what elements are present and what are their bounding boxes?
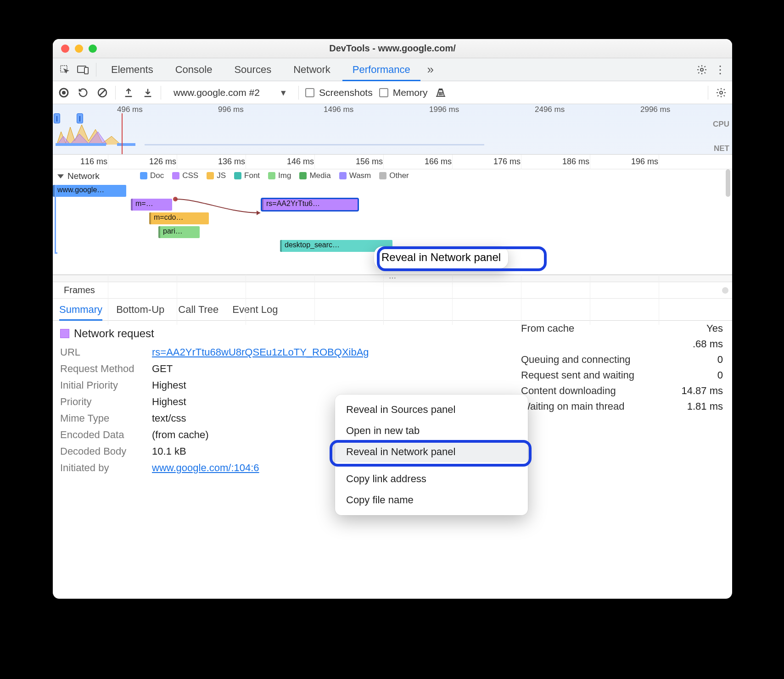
collapse-icon[interactable] bbox=[57, 174, 64, 178]
overview-cpu-spark bbox=[56, 122, 139, 150]
network-lane-title: Network bbox=[67, 171, 100, 181]
svg-point-5 bbox=[62, 91, 66, 95]
request-bar-pari[interactable]: pari… bbox=[158, 226, 200, 238]
detail-tabs: Summary Bottom-Up Call Tree Event Log bbox=[53, 299, 732, 321]
network-legend: Doc CSS JS Font Img Media Wasm Other bbox=[140, 171, 409, 180]
overview-net-label: NET bbox=[714, 144, 729, 153]
capture-settings-icon[interactable] bbox=[715, 86, 728, 99]
summary-enc-label: Encoded Data bbox=[60, 429, 152, 441]
inspect-icon[interactable] bbox=[56, 61, 73, 78]
kebab-icon[interactable]: ⋮ bbox=[712, 61, 728, 78]
detail-tab-summary[interactable]: Summary bbox=[59, 299, 102, 321]
ctx-reveal-sources[interactable]: Reveal in Sources panel bbox=[335, 399, 528, 420]
collect-garbage-icon[interactable] bbox=[434, 86, 447, 99]
window-title: DevTools - www.google.com/ bbox=[53, 43, 732, 54]
detail-tab-bottomup[interactable]: Bottom-Up bbox=[116, 299, 164, 321]
selection-handle-left[interactable]: ❙ bbox=[54, 113, 60, 123]
overview-cpu-label: CPU bbox=[713, 120, 729, 129]
flame-time-ruler: 116 ms 126 ms 136 ms 146 ms 156 ms 166 m… bbox=[53, 155, 732, 169]
frames-label: Frames bbox=[64, 285, 95, 295]
flame-popup: Reveal in Network panel bbox=[374, 246, 508, 268]
tab-network[interactable]: Network bbox=[283, 58, 341, 81]
frames-lane[interactable]: Frames bbox=[53, 282, 732, 299]
devtools-tabbar: Elements Console Sources Network Perform… bbox=[53, 58, 732, 81]
overview-timeline[interactable]: 496 ms 996 ms 1496 ms 1996 ms 2496 ms 29… bbox=[53, 104, 732, 155]
flame-popup-label: Reveal in Network panel bbox=[381, 251, 501, 263]
minimize-icon[interactable] bbox=[75, 45, 83, 53]
ctx-open-new-tab[interactable]: Open in new tab bbox=[335, 420, 528, 441]
frames-scroll-dot bbox=[722, 287, 728, 294]
overview-ticks: 496 ms 996 ms 1496 ms 1996 ms 2496 ms 29… bbox=[53, 104, 732, 113]
ctx-copy-filename[interactable]: Copy file name bbox=[335, 490, 528, 511]
summary-initprio-label: Initial Priority bbox=[60, 379, 152, 391]
tab-performance[interactable]: Performance bbox=[342, 58, 420, 81]
overview-marker bbox=[122, 113, 123, 154]
performance-toolbar: www.google.com #2 ▾ Screenshots Memory bbox=[53, 81, 732, 104]
svg-point-3 bbox=[700, 68, 703, 71]
clear-icon[interactable] bbox=[96, 86, 109, 99]
svg-line-7 bbox=[100, 90, 105, 95]
request-bar-rs-selected[interactable]: rs=AA2YrTtu6… bbox=[262, 199, 358, 211]
screenshots-checkbox[interactable]: Screenshots bbox=[305, 87, 373, 98]
svg-point-11 bbox=[720, 91, 722, 94]
zoom-icon[interactable] bbox=[89, 45, 97, 53]
memory-checkbox[interactable]: Memory bbox=[379, 87, 428, 98]
request-bar-m1[interactable]: m=… bbox=[131, 199, 172, 211]
recording-select-label: www.google.com #2 bbox=[174, 87, 260, 98]
tab-elements[interactable]: Elements bbox=[101, 58, 163, 81]
device-toggle-icon[interactable] bbox=[75, 61, 91, 78]
selection-handle-right[interactable]: ❙ bbox=[77, 113, 83, 123]
flame-scrollbar[interactable] bbox=[725, 169, 731, 275]
record-icon[interactable] bbox=[57, 86, 70, 99]
devtools-window: DevTools - www.google.com/ Elements Cons… bbox=[53, 39, 732, 599]
window-titlebar: DevTools - www.google.com/ bbox=[53, 39, 732, 58]
context-menu: Reveal in Sources panel Open in new tab … bbox=[335, 395, 528, 515]
svg-marker-12 bbox=[257, 211, 260, 215]
traffic-lights bbox=[53, 45, 97, 53]
summary-mime-label: Mime Type bbox=[60, 412, 152, 424]
more-tabs-icon[interactable]: » bbox=[422, 61, 439, 78]
tab-console[interactable]: Console bbox=[165, 58, 223, 81]
request-bar-google[interactable]: www.google… bbox=[53, 185, 126, 197]
summary-prio-label: Priority bbox=[60, 396, 152, 408]
svg-rect-2 bbox=[84, 67, 88, 74]
settings-icon[interactable] bbox=[694, 61, 710, 78]
reload-record-icon[interactable] bbox=[77, 86, 90, 99]
ctx-copy-link[interactable]: Copy link address bbox=[335, 468, 528, 490]
lane-bracket bbox=[55, 185, 57, 254]
summary-color-swatch bbox=[60, 329, 69, 338]
close-icon[interactable] bbox=[61, 45, 69, 53]
summary-right-stats: From cacheYes .68 ms Queuing and connect… bbox=[521, 321, 723, 414]
recording-select[interactable]: www.google.com #2 ▾ bbox=[168, 85, 292, 100]
summary-url-label: URL bbox=[60, 346, 152, 358]
detail-tab-eventlog[interactable]: Event Log bbox=[232, 299, 278, 321]
download-icon[interactable] bbox=[141, 86, 154, 99]
ctx-reveal-network[interactable]: Reveal in Network panel bbox=[335, 441, 528, 462]
detail-tab-calltree[interactable]: Call Tree bbox=[178, 299, 218, 321]
summary-dec-label: Decoded Body bbox=[60, 445, 152, 457]
request-bar-mcdo[interactable]: m=cdo… bbox=[149, 212, 209, 224]
summary-method-label: Request Method bbox=[60, 363, 152, 375]
upload-icon[interactable] bbox=[122, 86, 135, 99]
overview-selection-handles[interactable]: ❙ ❙ bbox=[54, 113, 83, 123]
summary-initby-label: Initiated by bbox=[60, 462, 152, 474]
pane-splitter[interactable]: ⋯ bbox=[53, 275, 732, 282]
tab-sources[interactable]: Sources bbox=[224, 58, 281, 81]
